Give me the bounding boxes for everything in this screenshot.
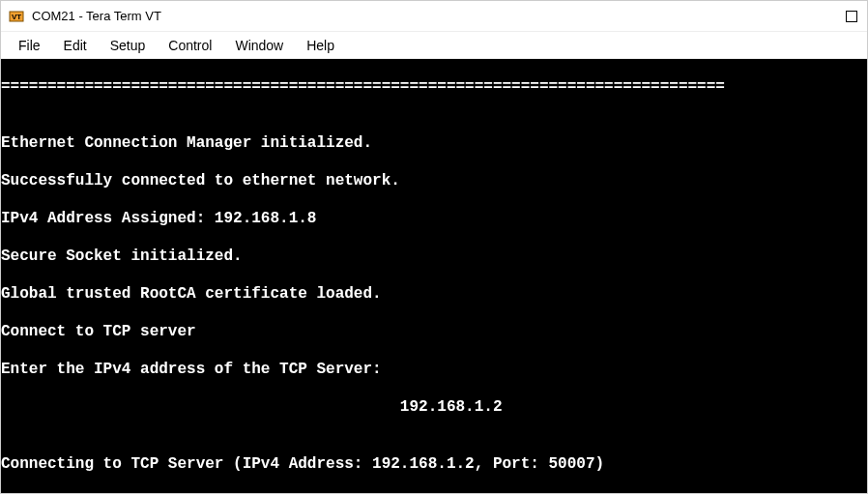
menu-edit[interactable]: Edit	[52, 34, 99, 57]
svg-text:VT: VT	[12, 13, 21, 21]
app-icon: VT	[9, 9, 24, 24]
terminal-line: Connect to TCP server	[1, 323, 867, 342]
window-title: COM21 - Tera Term VT	[32, 9, 859, 23]
menu-control[interactable]: Control	[157, 34, 223, 57]
terminal-line: ========================================…	[1, 78, 867, 98]
terminal-line: Ethernet Connection Manager initialized.	[1, 134, 867, 154]
maximize-icon[interactable]	[846, 11, 857, 22]
window-controls	[846, 1, 863, 32]
terminal-line: Secure Socket initialized.	[1, 247, 867, 267]
terminal-line: IPv4 Address Assigned: 192.168.1.8	[1, 210, 867, 229]
menu-window[interactable]: Window	[223, 34, 295, 57]
app-window: VT COM21 - Tera Term VT File Edit Setup …	[0, 0, 868, 494]
terminal-line: Enter the IPv4 address of the TCP Server…	[1, 361, 867, 380]
terminal-line: Global trusted RootCA certificate loaded…	[1, 285, 867, 305]
terminal-line: 192.168.1.2	[1, 398, 867, 418]
terminal-line: Successfully connected to ethernet netwo…	[1, 172, 867, 191]
titlebar: VT COM21 - Tera Term VT	[1, 1, 867, 32]
menu-help[interactable]: Help	[295, 34, 346, 57]
terminal-output[interactable]: ========================================…	[1, 59, 867, 493]
terminal-line: Connecting to TCP Server (IPv4 Address: …	[1, 455, 867, 475]
menu-file[interactable]: File	[7, 34, 52, 57]
menubar: File Edit Setup Control Window Help	[1, 32, 867, 59]
menu-setup[interactable]: Setup	[99, 34, 158, 57]
